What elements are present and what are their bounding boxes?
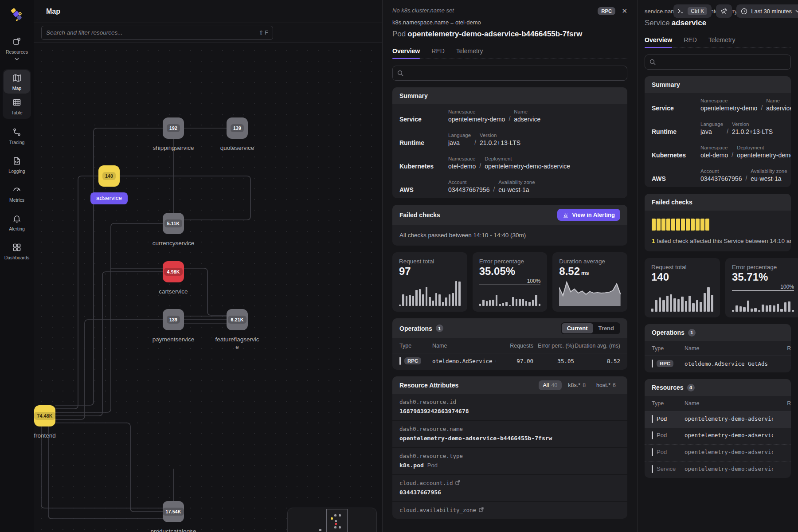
sidebar-item-resources[interactable]: Resources (3, 34, 31, 64)
map-minimap[interactable] (287, 508, 377, 532)
summary-row-label: Kubernetes (652, 152, 698, 159)
chart-bar (792, 310, 794, 312)
service-tab-red[interactable]: RED (684, 36, 697, 47)
resource-row[interactable]: Serviceopentelemetry-demo:adservice (645, 461, 791, 478)
pod-name: opentelemetry-demo-adservice-b4466455b-7… (407, 30, 582, 38)
pod-operations-card: Operations 1 CurrentTrend TypeNameReques… (392, 318, 627, 370)
summary-col-key: Language (700, 121, 723, 127)
operation-metric: 97.00 (496, 358, 533, 364)
map-node-quoteservice[interactable]: 139quoteservice (211, 117, 264, 152)
chart-bar (455, 281, 457, 306)
summary-col: Availability zoneeu-west-1a (498, 180, 535, 193)
summary-heading: Summary (392, 87, 627, 104)
map-edges (34, 43, 382, 532)
pod-search-input[interactable] (407, 70, 622, 77)
service-map-canvas[interactable]: 192shippingservice139quoteservice140adse… (34, 43, 382, 532)
service-panel-search[interactable] (645, 55, 791, 70)
chart-bar (442, 302, 444, 306)
summary-col: Namespaceotel-demo (448, 156, 476, 170)
attribute-filter-host[interactable]: host.*6 (592, 380, 620, 390)
node-box: 192 (163, 117, 184, 139)
pod-tab-red[interactable]: RED (431, 47, 445, 59)
map-node-featureflagservice[interactable]: 6.21Kfeatureflagservice (211, 309, 264, 351)
resource-row[interactable]: Podopentelemetry-demo-adservice-b…43.00 (645, 428, 791, 444)
map-search-row: ⇧ F (34, 23, 382, 43)
map-node-frontend[interactable]: 74.48Kfrontend (34, 405, 71, 440)
sidebar-item-logging[interactable]: Logging (3, 153, 31, 176)
chart-bar (780, 309, 782, 312)
sidebar-item-tracing[interactable]: Tracing (3, 124, 31, 148)
attribute-row[interactable]: dash0.resource.id16879839242863974678 (392, 394, 627, 420)
chart-bar (438, 294, 440, 306)
map-node-productcatalogservice[interactable]: 17.54Kproductcatalogservice (147, 501, 200, 532)
view-in-alerting-button[interactable]: View in Alerting (557, 209, 620, 221)
column-header: Type (652, 345, 685, 352)
attribute-row[interactable]: dash0.resource.typek8s.podPod (392, 447, 627, 474)
sidebar-item-dashboards[interactable]: Dashboards (3, 239, 31, 263)
toggle-trend[interactable]: Trend (593, 323, 619, 333)
node-box: 6.21K (227, 309, 248, 330)
service-search-input[interactable] (659, 59, 786, 66)
service-resources-card: Resources 4 TypeNameRequestsPodopentelem… (645, 379, 791, 477)
chart-bar (492, 300, 494, 306)
column-header: Name (685, 345, 773, 352)
chart-bar (429, 297, 430, 306)
chart-bar (512, 297, 514, 306)
sidebar-item-alerting[interactable]: Alerting (3, 211, 31, 234)
telescope-button[interactable] (716, 4, 732, 18)
chart-bar (688, 296, 691, 312)
sidebar-item-table[interactable]: Table (4, 94, 30, 118)
summary-col: Languagejava (448, 133, 471, 146)
app-logo[interactable] (8, 5, 26, 24)
resource-type-label: Service (645, 19, 670, 27)
close-icon[interactable]: ✕ (622, 7, 627, 15)
pod-panel-search[interactable] (392, 66, 627, 81)
attribute-row[interactable]: cloud.account.id034437667956 (392, 474, 627, 501)
attribute-key: cloud.availability_zone (399, 507, 620, 513)
operation-row[interactable]: RPCoteldemo.AdService GetAds140.00 (645, 356, 791, 372)
sidebar: ResourcesMapTableTracingLoggingMetricsAl… (0, 0, 34, 532)
attribute-filter-all[interactable]: All40 (539, 380, 562, 390)
node-box: 139 (163, 309, 184, 330)
resource-row[interactable]: Podopentelemetry-demo-adservice-b…97.00 (645, 411, 791, 428)
chart-bar (426, 287, 427, 306)
resource-type-label: Pod (392, 30, 406, 38)
pod-failed-checks-card: Failed checks View in Alerting All check… (392, 205, 627, 246)
map-node-adservice[interactable]: 140adservice (82, 165, 136, 204)
external-link-icon (455, 480, 460, 486)
map-node-paymentservice[interactable]: 139paymentservice (147, 309, 200, 344)
summary-col: Nameadservice (766, 98, 791, 112)
failed-check-bar (671, 219, 675, 231)
map-node-currencyservice[interactable]: 5.11Kcurrencyservice (147, 213, 200, 247)
toggle-current[interactable]: Current (562, 323, 593, 333)
summary-row-values: Namespaceopentelemetry-demo/Nameadservic… (448, 109, 540, 123)
map-search[interactable]: ⇧ F (41, 26, 273, 40)
minimap-viewport[interactable] (326, 509, 348, 532)
map-node-shippingservice[interactable]: 192shippingservice (147, 117, 200, 152)
attribute-filters: All40k8s.*8host.*6 (539, 380, 620, 390)
map-search-input[interactable] (46, 29, 255, 36)
sidebar-item-metrics[interactable]: Metrics (3, 182, 31, 205)
minimap-node-dot (334, 514, 336, 516)
attribute-row[interactable]: cloud.availability_zone (392, 501, 627, 519)
resource-attributes-heading: Resource Attributes (399, 382, 458, 389)
pod-tab-overview[interactable]: Overview (392, 47, 420, 59)
service-tab-telemetry[interactable]: Telemetry (708, 36, 735, 47)
sidebar-item-map[interactable]: Map (4, 70, 30, 94)
app-root: ResourcesMapTableTracingLoggingMetricsAl… (0, 0, 798, 532)
pod-tab-telemetry[interactable]: Telemetry (456, 47, 483, 59)
operation-row[interactable]: RPCoteldemo.AdService GetAds97.0035.058.… (392, 353, 627, 370)
operation-name: oteldemo.AdService GetAds (432, 358, 496, 364)
summary-col: Namespaceopentelemetry-demo (448, 109, 505, 123)
time-range-button[interactable]: Last 30 minutes (736, 4, 798, 18)
command-palette-button[interactable]: Ctrl K (673, 4, 712, 18)
node-box: 74.48K (34, 405, 55, 426)
map-node-cartservice[interactable]: 4.98Kcartservice (147, 261, 200, 296)
summary-col-key: Language (448, 133, 471, 138)
service-tab-overview[interactable]: Overview (645, 36, 672, 47)
attribute-row[interactable]: dash0.resource.nameopentelemetry-demo-ad… (392, 420, 627, 447)
resource-row[interactable]: Podopentelemetry-demo-adservice-b… (645, 444, 791, 461)
column-header: Requests (496, 342, 533, 349)
stat-label: Request total (651, 264, 713, 270)
attribute-filter-k8s[interactable]: k8s.*8 (563, 380, 590, 390)
